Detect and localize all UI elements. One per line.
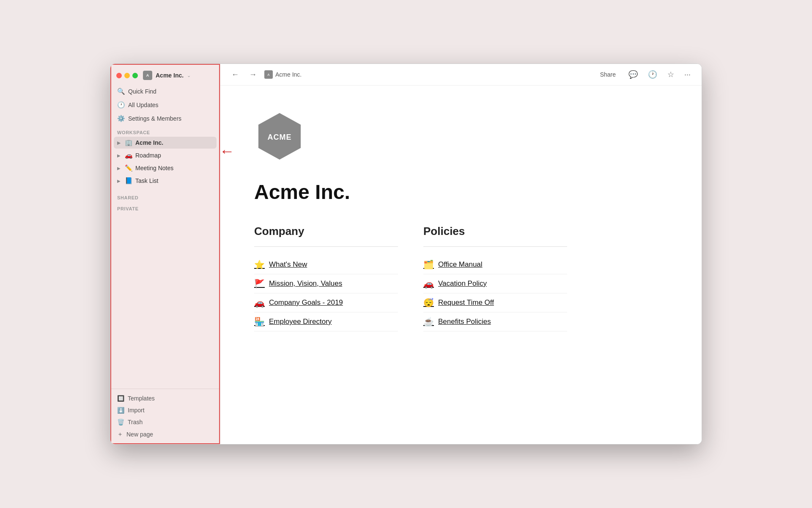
templates-label: Templates — [128, 395, 155, 402]
traffic-lights — [116, 73, 138, 78]
share-button[interactable]: Share — [595, 69, 621, 80]
workspace-icon: A — [143, 71, 152, 80]
back-button[interactable]: ← — [229, 69, 241, 81]
quick-find-label: Quick Find — [128, 88, 156, 95]
sidebar-item-settings[interactable]: ⚙️ Settings & Members — [114, 112, 217, 125]
search-icon: 🔍 — [117, 88, 125, 95]
trash-label: Trash — [128, 419, 143, 425]
link-company-goals[interactable]: 🚗 Company Goals - 2019 — [254, 293, 398, 312]
comment-button[interactable]: 💬 — [626, 68, 640, 81]
workspace-switcher[interactable]: A Acme Inc. ⌄ — [143, 71, 214, 80]
sidebar: A Acme Inc. ⌄ 🔍 Quick Find 🕐 All Updates… — [110, 64, 220, 444]
company-column: Company ⭐ What's New 🚩 Mission, Vision, … — [254, 225, 398, 331]
sleepy-icon: 😴 — [423, 298, 434, 308]
link-benefits-policies[interactable]: ☕ Benefits Policies — [423, 312, 567, 331]
trash-icon: 🗑️ — [117, 419, 124, 425]
sidebar-item-acme-inc[interactable]: ▶ 🏢 Acme Inc. — [114, 137, 217, 149]
policies-column: Policies 🗂️ Office Manual 🚗 Vacation Pol… — [423, 225, 567, 331]
link-vacation-policy[interactable]: 🚗 Vacation Policy — [423, 274, 567, 293]
expand-arrow-icon: ▶ — [117, 153, 122, 158]
new-page-label: New page — [126, 431, 153, 438]
settings-label: Settings & Members — [128, 115, 181, 122]
expand-arrow-icon: ▶ — [117, 166, 122, 171]
clock-icon: 🕐 — [117, 101, 125, 109]
breadcrumb-label: Acme Inc. — [275, 71, 302, 78]
two-col-layout: Company ⭐ What's New 🚩 Mission, Vision, … — [254, 225, 567, 331]
history-button[interactable]: 🕐 — [645, 68, 660, 81]
expand-arrow-icon: ▶ — [117, 141, 122, 145]
svg-text:ACME: ACME — [268, 133, 292, 141]
import-label: Import — [128, 407, 145, 414]
breadcrumb-icon: A — [264, 70, 273, 79]
roadmap-label: Roadmap — [135, 152, 161, 159]
car2-icon: 🚗 — [423, 279, 434, 289]
plus-icon: ＋ — [117, 431, 123, 438]
car-icon: 🚗 — [254, 298, 265, 308]
building-icon: 🏪 — [254, 317, 265, 327]
red-arrow-indicator: ← — [219, 142, 235, 160]
page-title: Acme Inc. — [254, 180, 567, 204]
folder-icon: 🗂️ — [423, 260, 434, 270]
sidebar-item-task-list[interactable]: ▶ 📘 Task List — [114, 175, 217, 187]
shared-section-label: SHARED — [117, 192, 213, 201]
all-updates-label: All Updates — [128, 102, 159, 108]
sidebar-item-templates[interactable]: 🔲 Templates — [114, 392, 217, 404]
titlebar: A Acme Inc. ⌄ — [110, 64, 220, 85]
maximize-button[interactable] — [132, 73, 138, 78]
import-icon: ⬇️ — [117, 407, 124, 414]
breadcrumb: A Acme Inc. — [264, 70, 302, 79]
gear-icon: ⚙️ — [117, 115, 125, 122]
sidebar-bottom: 🔲 Templates ⬇️ Import 🗑️ Trash ＋ New pag… — [110, 389, 220, 444]
expand-arrow-icon: ▶ — [117, 179, 122, 183]
coffee-icon: ☕ — [423, 317, 434, 327]
sidebar-item-import[interactable]: ⬇️ Import — [114, 404, 217, 416]
sidebar-item-trash[interactable]: 🗑️ Trash — [114, 416, 217, 428]
acme-logo: ACME — [254, 111, 305, 162]
chevron-down-icon: ⌄ — [187, 73, 191, 78]
favorite-button[interactable]: ☆ — [665, 68, 677, 81]
workspace-section-label: WORKSPACE — [110, 125, 220, 137]
sidebar-item-quick-find[interactable]: 🔍 Quick Find — [114, 85, 217, 98]
templates-icon: 🔲 — [117, 395, 124, 402]
acme-inc-label: Acme Inc. — [135, 139, 163, 146]
link-office-manual[interactable]: 🗂️ Office Manual — [423, 255, 567, 274]
main-content: ← → A Acme Inc. Share 💬 🕐 ☆ ··· — [220, 64, 702, 444]
topbar-actions: Share 💬 🕐 ☆ ··· — [595, 68, 693, 81]
star-icon: ⭐ — [254, 260, 265, 270]
company-section-title: Company — [254, 225, 398, 238]
sidebar-item-roadmap[interactable]: ▶ 🚗 Roadmap — [114, 149, 217, 161]
policies-section-title: Policies — [423, 225, 567, 238]
link-whats-new[interactable]: ⭐ What's New — [254, 255, 398, 274]
link-employee-directory[interactable]: 🏪 Employee Directory — [254, 312, 398, 331]
page-logo: ACME — [254, 111, 567, 163]
private-section-label: PRIVATE — [117, 204, 213, 212]
more-button[interactable]: ··· — [682, 69, 693, 81]
page-body: ACME Acme Inc. Company ⭐ What's New 🚩 — [220, 86, 601, 357]
sidebar-item-all-updates[interactable]: 🕐 All Updates — [114, 99, 217, 111]
workspace-tree: ▶ 🏢 Acme Inc. ▶ 🚗 Roadmap ▶ ✏️ Meeting N… — [110, 137, 220, 187]
sidebar-nav: 🔍 Quick Find 🕐 All Updates ⚙️ Settings &… — [110, 85, 220, 125]
close-button[interactable] — [116, 73, 122, 78]
flag-icon: 🚩 — [254, 279, 265, 289]
task-list-label: Task List — [135, 177, 158, 184]
forward-button[interactable]: → — [247, 69, 259, 81]
meeting-notes-label: Meeting Notes — [135, 165, 173, 171]
link-mission[interactable]: 🚩 Mission, Vision, Values — [254, 274, 398, 293]
link-request-time-off[interactable]: 😴 Request Time Off — [423, 293, 567, 312]
workspace-name-label: Acme Inc. — [156, 72, 184, 79]
new-page-button[interactable]: ＋ New page — [114, 428, 217, 441]
sidebar-item-meeting-notes[interactable]: ▶ ✏️ Meeting Notes — [114, 162, 217, 174]
topbar: ← → A Acme Inc. Share 💬 🕐 ☆ ··· — [220, 64, 702, 86]
minimize-button[interactable] — [124, 73, 130, 78]
